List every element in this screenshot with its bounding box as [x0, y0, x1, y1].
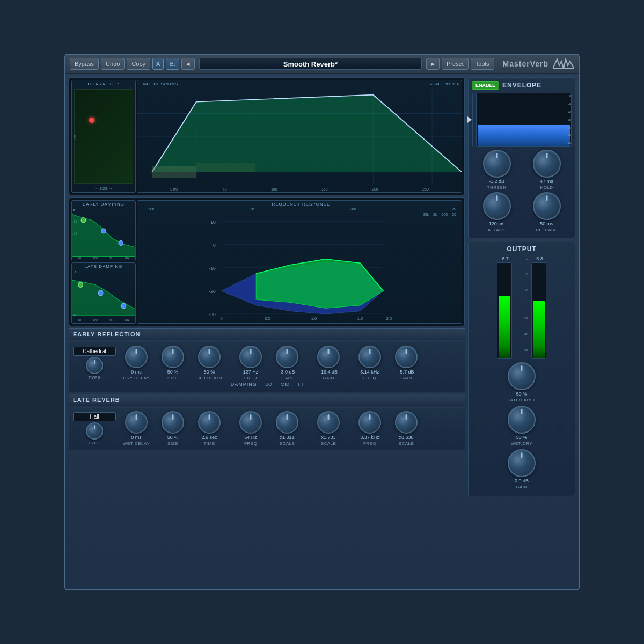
lr-type-display[interactable]: Hall	[73, 412, 116, 421]
character-graph[interactable]	[74, 89, 133, 184]
lr-lo-scale-knob[interactable]	[276, 411, 298, 434]
svg-text:10: 10	[210, 219, 216, 225]
lr-lo-freq-knob[interactable]	[239, 411, 262, 434]
wet-dry-value: 50 %	[516, 435, 528, 440]
output-left-value: -6.7	[500, 256, 509, 261]
er-lo-gain-knob[interactable]	[276, 346, 298, 368]
thresh-value: -1.2 dB	[489, 179, 504, 184]
scale-x10-button[interactable]: x10	[452, 82, 459, 86]
char-size-label: ←SIZE→	[94, 187, 113, 191]
scale-x1-button[interactable]: x1	[445, 82, 450, 86]
attack-label: ATTACK	[488, 228, 506, 232]
release-value: 50 ms	[540, 221, 553, 226]
er-type-group: Cathedral TYPE	[73, 347, 116, 380]
thresh-label: THRESH	[487, 185, 507, 190]
separator-6	[349, 415, 349, 442]
svg-text:-20: -20	[209, 289, 216, 294]
lr-type-group: Hall TYPE	[73, 412, 116, 445]
b-button[interactable]: B:	[166, 58, 179, 70]
undo-button[interactable]: Undo	[101, 58, 125, 70]
svg-text:2.0: 2.0	[386, 316, 392, 320]
er-type-knob[interactable]	[86, 357, 103, 374]
lr-hi-freq-value: 3.37 kHz	[360, 435, 379, 440]
lr-hi-scale-knob[interactable]	[395, 411, 418, 434]
er-size-knob[interactable]	[162, 346, 184, 368]
a-button[interactable]: A	[152, 58, 164, 70]
lr-hi-scale-group: x8.630 SCALE	[390, 411, 422, 446]
damping-label: DAMPING	[231, 382, 257, 387]
er-lo-freq-knob[interactable]	[239, 346, 262, 368]
output-meter-left	[497, 262, 512, 359]
hold-knob[interactable]	[533, 150, 561, 178]
svg-point-14	[101, 229, 106, 233]
er-mid-gain-knob[interactable]	[317, 346, 340, 368]
er-dry-delay-label: DRY DELAY	[123, 376, 150, 380]
output-gain-value: 0.0 dB	[515, 478, 529, 484]
envelope-knobs-row2: 120 ms ATTACK 50 ms RELEASE	[472, 192, 572, 232]
lr-lo-scale-value: x1.811	[280, 435, 294, 440]
late-damping-box: LATE DAMPING 20 200 2k 20k	[71, 262, 136, 324]
lr-wet-delay-label: WET DELAY	[123, 441, 150, 446]
thresh-knob[interactable]	[483, 150, 511, 178]
lr-lo-freq-value: 54 Hz	[244, 435, 257, 440]
nav-prev-button[interactable]: ◄	[181, 58, 195, 70]
lr-hi-scale-label: SCALE	[399, 441, 414, 446]
attack-group: 120 ms ATTACK	[483, 192, 511, 232]
tools-button[interactable]: Tools	[471, 58, 494, 70]
lr-hi-freq-knob[interactable]	[358, 411, 381, 434]
er-size-label: SIZE	[167, 376, 178, 380]
left-panel: CHARACTER TIME ←SIZE→ TIME RESPONSE SCAL…	[69, 77, 465, 586]
er-lo-freq-label: FREQ	[244, 376, 257, 380]
release-knob[interactable]	[533, 192, 561, 220]
lr-lo-freq-label: FREQ	[244, 441, 257, 446]
er-hi-gain-knob[interactable]	[395, 346, 418, 368]
er-mid-gain-label: GAIN	[323, 376, 334, 380]
svg-text:-30: -30	[209, 312, 216, 317]
copy-button[interactable]: Copy	[127, 58, 150, 70]
svg-marker-0	[553, 59, 574, 69]
er-diffusion-label: DIFFUSION	[196, 376, 222, 380]
svg-rect-11	[196, 163, 255, 172]
lr-mid-scale-knob[interactable]	[317, 411, 340, 434]
preset-name-display: Smooth Reverb*	[199, 58, 422, 70]
late-reverb-section: Hall TYPE 0 ms WET DELAY 50 % SIZE	[69, 408, 465, 450]
er-dry-delay-knob[interactable]	[125, 346, 148, 368]
output-meters: -6.7 30-6-24-48-96 -6.3	[472, 256, 572, 359]
thresh-group: -1.2 dB THRESH	[483, 150, 511, 190]
er-type-display[interactable]: Cathedral	[73, 347, 116, 356]
svg-text:0: 0	[213, 243, 216, 248]
envelope-meter-left: 0-6-12-18-24-30-36	[472, 93, 473, 147]
er-type-label: TYPE	[89, 375, 101, 380]
preset-button[interactable]: Preset	[442, 58, 469, 70]
scale-label: SCALE	[429, 82, 443, 86]
lr-lo-scale-group: x1.811 SCALE	[271, 411, 303, 446]
attack-knob[interactable]	[483, 192, 511, 220]
lr-size-knob[interactable]	[162, 411, 184, 434]
er-hi-freq-knob[interactable]	[358, 346, 381, 368]
er-diffusion-group: 50 % DIFFUSION	[193, 346, 225, 380]
output-gain-group: 0.0 dB GAIN	[472, 449, 572, 489]
output-section: OUTPUT -6.7 30-6-24-48-96 -6.3	[468, 241, 575, 496]
nav-next-button[interactable]: ►	[426, 58, 440, 70]
time-response-header: TIME RESPONSE SCALE x1 x10	[137, 80, 462, 87]
output-right-fill	[533, 301, 545, 358]
er-lo-freq-group: 127 Hz FREQ	[235, 346, 267, 380]
wet-dry-group: 50 % WET/DRY	[472, 406, 572, 446]
bypass-button[interactable]: Bypass	[70, 58, 99, 70]
enable-button[interactable]: ENABLE	[472, 81, 499, 90]
meter-pointer	[467, 116, 472, 123]
late-early-knob[interactable]	[508, 362, 536, 390]
er-diffusion-knob[interactable]	[198, 346, 221, 368]
lr-lo-scale-label: SCALE	[280, 441, 295, 446]
separator-2	[308, 350, 308, 377]
lr-time-knob[interactable]	[198, 411, 221, 434]
lr-wet-delay-knob[interactable]	[125, 411, 148, 434]
lr-type-knob[interactable]	[86, 422, 103, 440]
wet-dry-knob[interactable]	[508, 406, 536, 434]
late-reverb-knobs: Hall TYPE 0 ms WET DELAY 50 % SIZE	[73, 411, 460, 446]
character-dot[interactable]	[89, 118, 94, 123]
output-gain-knob[interactable]	[508, 449, 536, 477]
er-size-group: 50 % SIZE	[157, 346, 189, 380]
er-hi-freq-value: 3.14 kHz	[360, 369, 379, 375]
meter-left-container: 0-6-12-18-24-30-36	[472, 93, 473, 147]
